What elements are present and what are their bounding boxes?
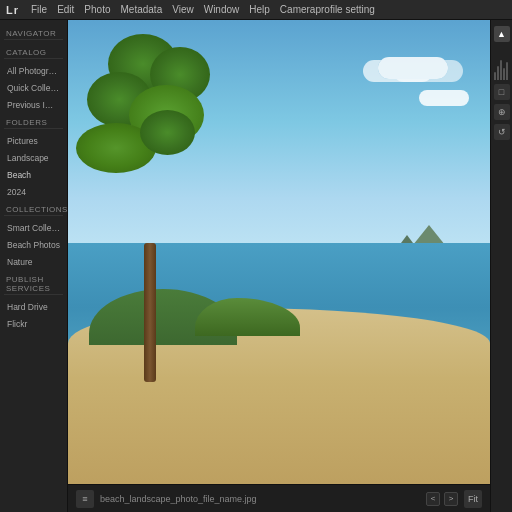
- rotate-tool[interactable]: ↺: [494, 124, 510, 140]
- collection-smart[interactable]: Smart Collection: [4, 221, 63, 235]
- publish-hd[interactable]: Hard Drive: [4, 300, 63, 314]
- publish-flickr[interactable]: Flickr: [4, 317, 63, 331]
- menu-file[interactable]: File: [31, 4, 47, 15]
- catalog-label: Catalog: [4, 45, 63, 59]
- folder-pictures[interactable]: Pictures: [4, 134, 63, 148]
- tree-foliage: [76, 34, 287, 289]
- next-button[interactable]: >: [444, 492, 458, 506]
- folders-label: Folders: [4, 115, 63, 129]
- menu-photo[interactable]: Photo: [84, 4, 110, 15]
- develop-tool[interactable]: ⊕: [494, 104, 510, 120]
- zoom-level[interactable]: Fit: [464, 490, 482, 508]
- nav-controls: < >: [426, 492, 458, 506]
- cloud-2: [419, 90, 469, 106]
- publish-label: Publish Services: [4, 272, 63, 295]
- histogram-tool[interactable]: ▲: [494, 26, 510, 42]
- crop-tool[interactable]: □: [494, 84, 510, 100]
- menu-window[interactable]: Window: [204, 4, 240, 15]
- menu-bar: Lr File Edit Photo Metadata View Window …: [0, 0, 512, 20]
- catalog-prev[interactable]: Previous Import: [4, 98, 63, 112]
- menu-metadata[interactable]: Metadata: [121, 4, 163, 15]
- menu-view[interactable]: View: [172, 4, 194, 15]
- hist-bar-2: [497, 66, 499, 80]
- collections-label: Collections: [4, 202, 63, 216]
- menu-items: File Edit Photo Metadata View Window Hel…: [31, 4, 375, 15]
- menu-help[interactable]: Help: [249, 4, 270, 15]
- catalog-all[interactable]: All Photographs: [4, 64, 63, 78]
- main-layout: Navigator Catalog All Photographs Quick …: [0, 20, 512, 512]
- folder-2024[interactable]: 2024: [4, 185, 63, 199]
- menu-camera[interactable]: Cameraprofile setting: [280, 4, 375, 15]
- filmstrip-toggle[interactable]: ≡: [76, 490, 94, 508]
- collection-beach[interactable]: Beach Photos: [4, 238, 63, 252]
- center-content: ≡ beach_landscape_photo_file_name.jpg < …: [68, 20, 490, 512]
- photo-scene: [68, 20, 490, 484]
- hist-bar-4: [503, 68, 505, 80]
- collection-nature[interactable]: Nature: [4, 255, 63, 269]
- image-viewer[interactable]: [68, 20, 490, 484]
- filename-label: beach_landscape_photo_file_name.jpg: [100, 494, 420, 504]
- cloud-1: [378, 57, 448, 79]
- histogram-area: [494, 50, 510, 80]
- catalog-quick[interactable]: Quick Collection: [4, 81, 63, 95]
- app-logo: Lr: [6, 4, 19, 16]
- navigator-label: Navigator: [4, 26, 63, 40]
- foliage-6: [140, 110, 195, 155]
- menu-edit[interactable]: Edit: [57, 4, 74, 15]
- hist-bar-1: [494, 72, 496, 80]
- prev-button[interactable]: <: [426, 492, 440, 506]
- folder-landscape[interactable]: Landscape: [4, 151, 63, 165]
- right-sidebar: ▲ □ ⊕ ↺: [490, 20, 512, 512]
- bottom-bar: ≡ beach_landscape_photo_file_name.jpg < …: [68, 484, 490, 512]
- hist-bar-5: [506, 62, 508, 80]
- left-sidebar: Navigator Catalog All Photographs Quick …: [0, 20, 68, 512]
- folder-beach[interactable]: Beach: [4, 168, 63, 182]
- hist-bar-3: [500, 60, 502, 80]
